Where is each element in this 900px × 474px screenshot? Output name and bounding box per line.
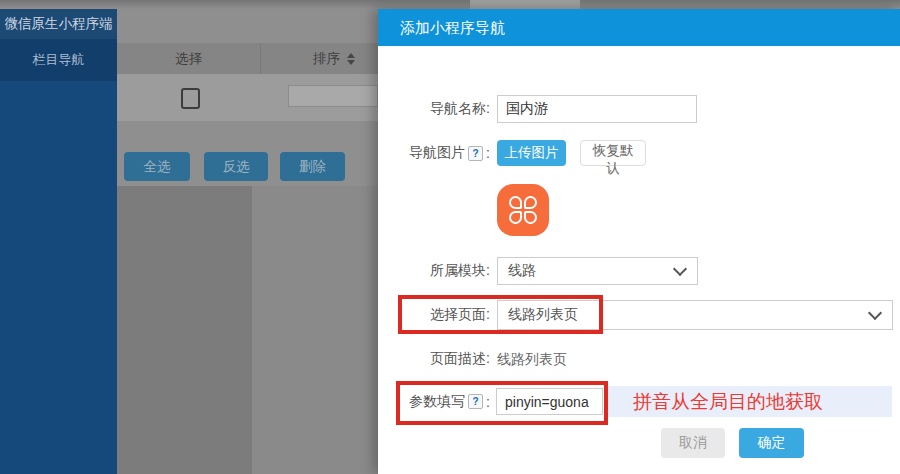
params-input[interactable] — [496, 388, 603, 415]
dimmed-panel-left — [117, 186, 252, 474]
page-desc-label: 页面描述: — [378, 350, 490, 368]
help-icon[interactable]: ? — [468, 146, 483, 161]
column-header-sort-label: 排序 — [313, 43, 340, 74]
column-divider — [260, 43, 261, 74]
help-icon[interactable]: ? — [468, 394, 483, 409]
page-top-strip — [0, 0, 900, 9]
params-label: 参数填写 ? : — [378, 388, 490, 415]
column-header-select: 选择 — [117, 43, 260, 74]
table-header-row: 选择 排序 — [117, 43, 378, 75]
sort-icon[interactable] — [347, 53, 355, 65]
page-select-value: 线路列表页 — [508, 306, 578, 324]
modal-header: 添加小程序导航 — [378, 9, 900, 46]
module-label: 所属模块: — [378, 257, 490, 285]
restore-default-button[interactable]: 恢复默认 — [580, 140, 646, 166]
cancel-button[interactable]: 取消 — [661, 428, 725, 458]
nav-name-label: 导航名称: — [378, 95, 490, 123]
column-header-sort[interactable]: 排序 — [313, 43, 355, 74]
params-label-colon: : — [486, 394, 490, 410]
row-checkbox[interactable] — [181, 88, 200, 109]
delete-button[interactable]: 删除 — [280, 152, 345, 181]
clover-petal-icon — [524, 196, 537, 209]
table-row — [117, 74, 378, 121]
upload-image-button[interactable]: 上传图片 — [497, 140, 566, 166]
sidebar-item-column-nav[interactable]: 栏目导航 — [0, 39, 117, 81]
page-top-strip-highlight — [470, 0, 580, 9]
nav-image-label-text: 导航图片 — [409, 144, 465, 162]
page-label: 选择页面: — [378, 300, 490, 330]
params-hint-band: 拼音从全局目的地获取 — [608, 386, 892, 417]
nav-image-label: 导航图片 ? : — [378, 140, 490, 166]
page-select[interactable]: 线路列表页 — [497, 300, 893, 330]
sidebar-title[interactable]: 微信原生小程序端 — [0, 9, 117, 39]
nav-image-label-colon: : — [486, 145, 490, 161]
clover-petal-icon — [509, 196, 522, 209]
invert-selection-button[interactable]: 反选 — [204, 152, 268, 181]
clover-app-icon — [497, 184, 549, 236]
select-all-button[interactable]: 全选 — [124, 152, 190, 181]
clover-petal-icon — [509, 211, 522, 224]
sort-order-input[interactable] — [288, 85, 378, 107]
clover-petal-icon — [524, 211, 537, 224]
app-root: 微信原生小程序端 栏目导航 选择 排序 全选 反选 删除 添加小程序导航 导航名… — [0, 0, 900, 474]
module-select-value: 线路 — [508, 262, 536, 280]
chevron-down-icon — [673, 262, 687, 276]
modal-title: 添加小程序导航 — [378, 9, 900, 46]
chevron-down-icon — [868, 306, 882, 320]
page-desc-value: 线路列表页 — [497, 350, 567, 368]
dimmed-panel-right — [252, 186, 378, 474]
params-hint-text: 拼音从全局目的地获取 — [608, 386, 892, 417]
confirm-button[interactable]: 确定 — [739, 428, 804, 458]
nav-name-input[interactable] — [497, 95, 697, 123]
module-select[interactable]: 线路 — [497, 257, 698, 285]
background-table-panel: 选择 排序 全选 反选 删除 — [117, 9, 378, 474]
add-navigation-modal: 添加小程序导航 导航名称: 导航图片 ? : 上传图片 恢复默认 所属模块: 线… — [378, 9, 900, 474]
sidebar: 微信原生小程序端 栏目导航 — [0, 9, 117, 474]
params-label-text: 参数填写 — [409, 393, 465, 411]
